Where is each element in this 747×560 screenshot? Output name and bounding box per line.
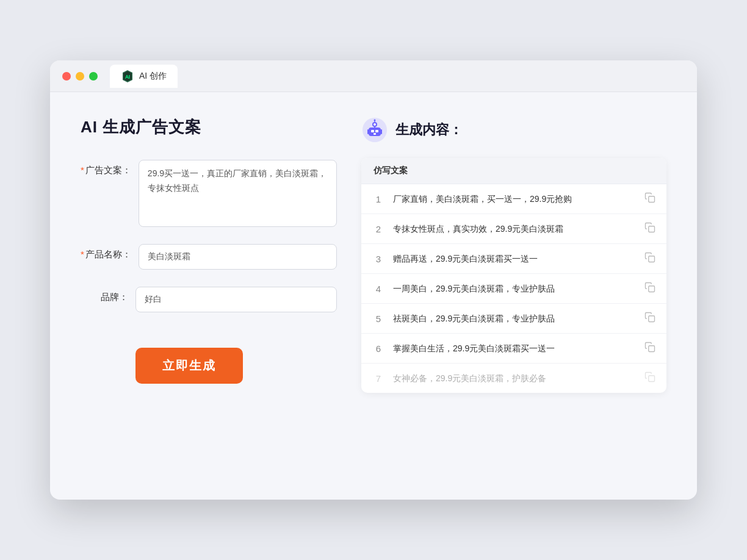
- copy-icon[interactable]: [644, 252, 655, 265]
- copy-icon[interactable]: [644, 222, 655, 235]
- copy-icon[interactable]: [644, 372, 655, 385]
- browser-window: AI AI 创作 AI 生成广告文案 *广告文案： *产品名称：: [50, 60, 697, 500]
- left-panel: AI 生成广告文案 *广告文案： *产品名称： 品牌： 立: [81, 117, 337, 393]
- right-panel: 生成内容： 仿写文案 1厂家直销，美白淡斑霜，买一送一，29.9元抢购2专抹女性…: [361, 117, 666, 393]
- table-header: 仿写文案: [361, 158, 666, 184]
- minimize-button[interactable]: [76, 72, 84, 81]
- svg-rect-15: [649, 226, 655, 232]
- ad-copy-required: *: [81, 165, 84, 175]
- result-table: 仿写文案 1厂家直销，美白淡斑霜，买一送一，29.9元抢购2专抹女性斑点，真实功…: [361, 158, 666, 393]
- copy-icon[interactable]: [644, 192, 655, 206]
- traffic-lights: [62, 72, 98, 81]
- brand-label: 品牌：: [81, 287, 135, 303]
- svg-point-11: [374, 123, 376, 126]
- row-text: 赠品再送，29.9元美白淡斑霜买一送一: [393, 253, 636, 265]
- result-rows-container: 1厂家直销，美白淡斑霜，买一送一，29.9元抢购2专抹女性斑点，真实功效，29.…: [361, 184, 666, 393]
- ai-tab-icon: AI: [121, 70, 134, 83]
- result-title: 生成内容：: [395, 121, 463, 139]
- row-number: 5: [372, 314, 384, 324]
- titlebar: AI AI 创作: [50, 60, 697, 92]
- svg-rect-4: [371, 130, 374, 132]
- row-number: 2: [372, 224, 384, 234]
- row-text: 祛斑美白，29.9元美白淡斑霜，专业护肤品: [393, 312, 636, 325]
- svg-rect-18: [649, 316, 655, 322]
- svg-rect-17: [649, 286, 655, 292]
- product-input[interactable]: [139, 244, 337, 270]
- product-required: *: [81, 249, 84, 259]
- row-number: 6: [372, 343, 384, 354]
- row-text: 掌握美白生活，29.9元美白淡斑霜买一送一: [393, 342, 636, 355]
- product-group: *产品名称：: [81, 244, 337, 270]
- row-text: 一周美白，29.9元美白淡斑霜，专业护肤品: [393, 282, 636, 295]
- maximize-button[interactable]: [89, 72, 98, 81]
- brand-group: 品牌：: [81, 287, 337, 312]
- svg-rect-7: [367, 129, 369, 134]
- table-row: 6掌握美白生活，29.9元美白淡斑霜买一送一: [361, 334, 666, 364]
- copy-icon[interactable]: [644, 312, 655, 325]
- svg-rect-16: [649, 256, 655, 262]
- browser-tab[interactable]: AI AI 创作: [110, 65, 178, 88]
- row-text: 女神必备，29.9元美白淡斑霜，护肤必备: [393, 372, 636, 385]
- svg-rect-10: [374, 127, 375, 128]
- row-text: 厂家直销，美白淡斑霜，买一送一，29.9元抢购: [393, 193, 636, 206]
- result-header: 生成内容：: [361, 117, 666, 143]
- svg-rect-8: [381, 129, 382, 134]
- row-number: 1: [372, 194, 384, 204]
- ad-copy-label: *广告文案：: [81, 160, 139, 176]
- row-number: 7: [372, 373, 384, 384]
- product-label: *产品名称：: [81, 244, 139, 260]
- svg-rect-14: [649, 196, 655, 203]
- generate-button[interactable]: 立即生成: [135, 348, 243, 384]
- svg-point-13: [374, 120, 376, 121]
- svg-rect-19: [649, 346, 655, 352]
- main-content: AI 生成广告文案 *广告文案： *产品名称： 品牌： 立: [50, 92, 697, 417]
- robot-icon: [361, 117, 388, 143]
- row-number: 3: [372, 254, 384, 264]
- row-text: 专抹女性斑点，真实功效，29.9元美白淡斑霜: [393, 223, 636, 235]
- ad-copy-textarea[interactable]: [139, 160, 337, 227]
- svg-rect-6: [374, 133, 376, 135]
- tab-title: AI 创作: [139, 71, 167, 82]
- brand-input[interactable]: [135, 287, 337, 312]
- table-row: 2专抹女性斑点，真实功效，29.9元美白淡斑霜: [361, 214, 666, 244]
- svg-text:AI: AI: [125, 74, 130, 79]
- table-row: 5祛斑美白，29.9元美白淡斑霜，专业护肤品: [361, 304, 666, 334]
- row-number: 4: [372, 284, 384, 294]
- page-title: AI 生成广告文案: [81, 117, 337, 138]
- table-row: 4一周美白，29.9元美白淡斑霜，专业护肤品: [361, 274, 666, 304]
- copy-icon[interactable]: [644, 342, 655, 355]
- table-row: 1厂家直销，美白淡斑霜，买一送一，29.9元抢购: [361, 184, 666, 214]
- table-row: 7女神必备，29.9元美白淡斑霜，护肤必备: [361, 364, 666, 393]
- copy-icon[interactable]: [644, 282, 655, 295]
- svg-rect-20: [649, 376, 655, 382]
- close-button[interactable]: [62, 72, 71, 81]
- table-row: 3赠品再送，29.9元美白淡斑霜买一送一: [361, 244, 666, 274]
- ad-copy-group: *广告文案：: [81, 160, 337, 227]
- svg-rect-5: [375, 130, 378, 132]
